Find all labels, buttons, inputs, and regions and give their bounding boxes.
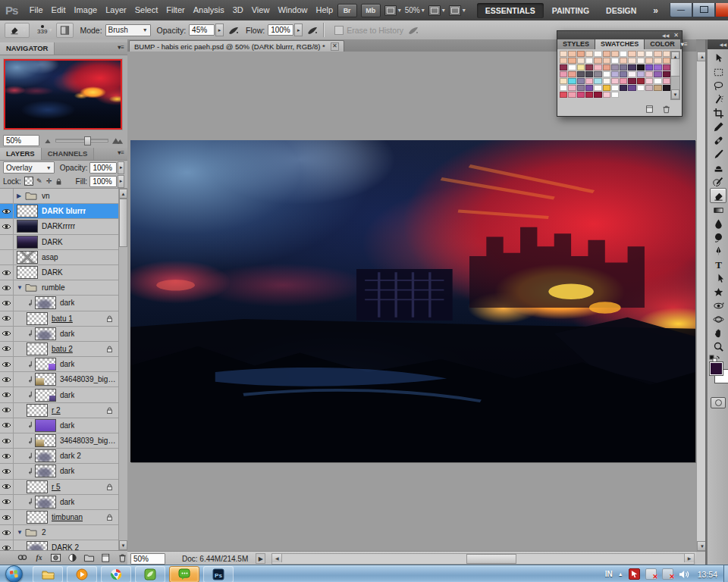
- layer-thumbnail[interactable]: [35, 373, 56, 386]
- swatch[interactable]: [637, 85, 645, 91]
- swatch[interactable]: [637, 78, 645, 84]
- layer-row[interactable]: r 2: [0, 403, 119, 418]
- swatch[interactable]: [560, 64, 567, 70]
- flow-input[interactable]: 100%: [268, 24, 293, 36]
- layer-row[interactable]: DARKrrrrr: [0, 219, 119, 234]
- canvas-image[interactable]: [130, 140, 695, 462]
- layer-row[interactable]: dark 2: [0, 449, 119, 464]
- zoom-level-dropdown[interactable]: 50%▾: [405, 6, 425, 14]
- layer-row[interactable]: 34648039_big_p6: [0, 433, 119, 449]
- layer-thumbnail[interactable]: [35, 449, 56, 462]
- layer-name[interactable]: DARK: [42, 268, 63, 277]
- collapse-dock-icon[interactable]: ◀◀: [720, 42, 726, 47]
- visibility-toggle[interactable]: [0, 449, 14, 463]
- swatch[interactable]: [654, 64, 661, 70]
- crop-tool[interactable]: [711, 106, 726, 120]
- layer-row[interactable]: dark: [0, 495, 119, 510]
- airbrush-toggle-icon[interactable]: [306, 25, 318, 36]
- eyedropper-tool[interactable]: [711, 120, 726, 133]
- erase-to-history-checkbox[interactable]: [334, 26, 344, 35]
- menu-analysis[interactable]: Analysis: [189, 0, 228, 20]
- swatch[interactable]: [594, 92, 601, 98]
- swatch[interactable]: [560, 85, 567, 91]
- swatch[interactable]: [654, 71, 661, 77]
- tab-channels[interactable]: CHANNELS: [42, 148, 95, 160]
- swatch[interactable]: [594, 71, 601, 77]
- arrange-documents-dropdown[interactable]: ▾: [384, 5, 401, 16]
- swatch[interactable]: [663, 71, 670, 77]
- menu-image[interactable]: Image: [70, 0, 102, 20]
- swatch[interactable]: [628, 71, 635, 77]
- swatch[interactable]: [568, 92, 576, 98]
- swatch[interactable]: [594, 64, 601, 70]
- menu-window[interactable]: Window: [274, 0, 312, 20]
- visibility-toggle[interactable]: [0, 357, 14, 371]
- visibility-toggle[interactable]: [0, 280, 14, 295]
- layer-name[interactable]: batu 1: [52, 314, 73, 323]
- visibility-toggle[interactable]: [0, 311, 14, 326]
- blur-tool[interactable]: [711, 217, 726, 230]
- taskbar-icon-photoshop[interactable]: Ps: [203, 566, 234, 582]
- layer-thumbnail[interactable]: [35, 327, 56, 340]
- launch-mini-bridge-button[interactable]: Mb: [361, 4, 381, 17]
- layer-fill-slider-button[interactable]: ▸: [118, 175, 124, 188]
- swatch[interactable]: [585, 51, 593, 57]
- swatch[interactable]: [603, 71, 610, 77]
- show-desktop-button[interactable]: [723, 565, 728, 582]
- gradient-tool[interactable]: [711, 203, 726, 217]
- layer-name[interactable]: dark: [60, 498, 74, 506]
- hand-tool[interactable]: [711, 326, 726, 340]
- swatch[interactable]: [628, 51, 635, 57]
- rectangular-marquee-tool[interactable]: [711, 65, 726, 79]
- visibility-toggle[interactable]: [0, 296, 14, 310]
- swatch[interactable]: [663, 58, 670, 64]
- swatch[interactable]: [611, 85, 619, 91]
- layer-thumbnail[interactable]: [35, 296, 56, 309]
- visibility-toggle[interactable]: [0, 418, 14, 433]
- close-button[interactable]: ✕: [715, 3, 728, 17]
- visibility-toggle[interactable]: [0, 464, 14, 478]
- layer-row[interactable]: DARK: [0, 265, 119, 280]
- layer-name[interactable]: DARK blurrr: [42, 207, 86, 215]
- swatch[interactable]: [645, 64, 653, 70]
- tab-swatches[interactable]: SWATCHES: [595, 39, 645, 49]
- airbrush-toggle-icon[interactable]: [228, 25, 240, 36]
- menu-help[interactable]: Help: [312, 0, 337, 20]
- add-layer-mask-button[interactable]: [50, 552, 61, 563]
- swatch[interactable]: [577, 51, 585, 57]
- swatch[interactable]: [568, 78, 576, 84]
- layer-row[interactable]: r 5: [0, 480, 119, 495]
- layer-row[interactable]: dark: [0, 357, 119, 372]
- layer-name[interactable]: batu 2: [52, 345, 73, 353]
- workspace-more-button[interactable]: »: [653, 5, 658, 16]
- layer-fill-input[interactable]: 100%: [89, 176, 117, 187]
- swatch[interactable]: [577, 92, 585, 98]
- layer-thumbnail[interactable]: [17, 236, 38, 249]
- scrollbar-thumb[interactable]: [671, 58, 679, 77]
- app-status-tray-icon[interactable]: ✕: [662, 568, 673, 580]
- taskbar-icon-chrome[interactable]: [101, 566, 131, 582]
- new-layer-button[interactable]: [100, 552, 111, 563]
- visibility-toggle[interactable]: [0, 510, 14, 524]
- taskbar-icon-explorer[interactable]: [33, 566, 63, 582]
- layer-thumbnail[interactable]: [35, 358, 56, 371]
- navigator-zoom-input[interactable]: 50%: [3, 135, 39, 146]
- swatch[interactable]: [645, 85, 653, 91]
- swatch[interactable]: [568, 64, 576, 70]
- swatch[interactable]: [560, 58, 567, 64]
- layer-name[interactable]: asap: [42, 253, 58, 261]
- swatch[interactable]: [611, 92, 619, 98]
- swatch[interactable]: [620, 51, 627, 57]
- clock[interactable]: 13:54: [698, 570, 717, 579]
- swatch[interactable]: [594, 58, 601, 64]
- layer-group-row[interactable]: ▼2: [0, 525, 119, 540]
- workspace-design[interactable]: DESIGN: [598, 3, 645, 18]
- visibility-toggle[interactable]: [0, 219, 14, 233]
- navigator-zoom-slider[interactable]: [55, 139, 108, 142]
- swatch[interactable]: [663, 78, 670, 84]
- layer-thumbnail[interactable]: [27, 343, 48, 355]
- layer-thumbnail[interactable]: [27, 404, 48, 417]
- scroll-down-arrow[interactable]: ▼: [119, 540, 127, 550]
- healing-brush-tool[interactable]: [711, 133, 726, 147]
- swatch[interactable]: [568, 85, 576, 91]
